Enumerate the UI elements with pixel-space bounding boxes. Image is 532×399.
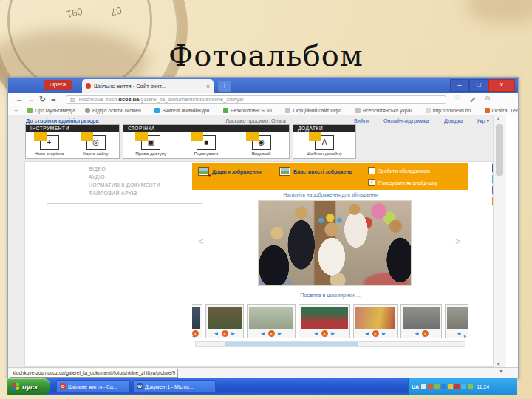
thumbnail[interactable]: ◄ × ► bbox=[247, 304, 296, 338]
thumbnail-image[interactable] bbox=[192, 307, 200, 329]
thumbnail[interactable]: ◄ × ► bbox=[299, 304, 350, 338]
delete-photo-icon[interactable]: × bbox=[321, 330, 328, 337]
start-button[interactable]: пуск bbox=[7, 378, 50, 395]
album-admin-toolbar: + Додати зображення Властивості зображен… bbox=[192, 163, 468, 190]
thumbnail[interactable]: ◄ × ► bbox=[205, 304, 244, 338]
thumbnail[interactable]: ◄ × bbox=[400, 304, 442, 338]
main-photo[interactable] bbox=[258, 200, 412, 286]
move-left-icon[interactable]: ◄ bbox=[456, 330, 462, 338]
logout-link[interactable]: Вийти bbox=[354, 117, 369, 124]
tray-icon[interactable] bbox=[428, 384, 433, 389]
bookmark-item[interactable]: Безкоштовні SOU... bbox=[223, 108, 276, 113]
browser-scrollbar[interactable]: ▲ ▼ bbox=[493, 115, 506, 367]
strip-scroll-left-icon[interactable]: ◂ bbox=[192, 333, 195, 339]
menu-icon[interactable]: ≡ bbox=[51, 95, 55, 103]
profile-icon[interactable]: ⊙ bbox=[485, 95, 491, 102]
scroll-up-icon[interactable]: ▲ bbox=[496, 116, 501, 121]
back-icon[interactable]: ← bbox=[16, 95, 24, 103]
thumbnail-image[interactable] bbox=[208, 307, 242, 329]
thumbnail-image[interactable] bbox=[403, 307, 440, 329]
move-right-icon[interactable]: ► bbox=[277, 330, 283, 338]
language-selector[interactable]: Укр ▾ bbox=[477, 117, 489, 124]
bookmark-item[interactable]: Відділ освіти Тисмен... bbox=[85, 108, 145, 113]
thumbnail[interactable]: ◄ × ► bbox=[353, 304, 398, 338]
checkbox-unchecked[interactable] bbox=[368, 167, 375, 174]
forward-icon[interactable]: → bbox=[27, 95, 35, 103]
maximize-button[interactable]: □ bbox=[469, 79, 488, 92]
move-right-icon[interactable]: ► bbox=[330, 330, 336, 338]
browser-tab[interactable]: Шкільне життя - Сайт вчит... × bbox=[82, 79, 214, 93]
thumbnail-image[interactable] bbox=[249, 307, 293, 329]
scroll-down-icon[interactable]: ▼ bbox=[496, 361, 501, 366]
thumbnail-scrollbar[interactable] bbox=[195, 341, 466, 347]
slideshow-checkbox[interactable]: ✓ Показувати як слайд-шоу bbox=[368, 179, 437, 186]
edit-page-button[interactable]: ■ Редагувати bbox=[184, 135, 228, 156]
delete-photo-icon[interactable]: × bbox=[222, 330, 228, 337]
add-images-button[interactable]: + Додати зображення bbox=[198, 167, 262, 176]
delete-photo-icon[interactable]: × bbox=[422, 330, 429, 337]
bookmark-item[interactable]: Вчителі ЖивийЖурн... bbox=[154, 108, 214, 113]
move-right-icon[interactable]: ► bbox=[381, 330, 387, 338]
delete-photo-icon[interactable]: × bbox=[268, 330, 275, 337]
scrollbar-thumb[interactable] bbox=[225, 342, 358, 346]
tray-icon[interactable] bbox=[461, 384, 466, 389]
tray-icon[interactable] bbox=[468, 384, 473, 389]
sidebar-item-documents[interactable]: НОРМАТИВНІ ДОКУМЕНТИ bbox=[89, 183, 160, 188]
minimize-button[interactable]: – bbox=[450, 79, 469, 92]
design-template-button[interactable]: Λ Шаблон дизайну bbox=[302, 135, 347, 156]
move-left-icon[interactable]: ◄ bbox=[414, 330, 420, 338]
move-left-icon[interactable]: ◄ bbox=[364, 330, 370, 338]
url-domain: ucoz.ua bbox=[118, 96, 139, 103]
checkbox-checked[interactable]: ✓ bbox=[368, 179, 375, 186]
tray-icon[interactable] bbox=[421, 384, 426, 389]
address-bar[interactable]: ▤ klochkove-zosh.ucoz.ua/galerei_ta_doku… bbox=[66, 95, 446, 104]
close-button[interactable]: × bbox=[488, 79, 515, 92]
language-indicator[interactable]: UA bbox=[412, 384, 419, 389]
delete-photo-icon[interactable]: × bbox=[372, 330, 379, 337]
bookmark-item[interactable]: Офіційний сайт Інфо... bbox=[285, 108, 345, 113]
sidebar-item-audio[interactable]: АУДІО bbox=[89, 174, 105, 180]
bookmark-item[interactable]: http://onlinelib.ho... bbox=[426, 108, 475, 113]
help-link[interactable]: Довідка bbox=[444, 117, 463, 124]
taskbar-task-opera[interactable]: O Шкільне життя - Са... bbox=[56, 380, 130, 393]
move-left-icon[interactable]: ◄ bbox=[260, 330, 266, 338]
bookmark-item[interactable]: Всеосвітянська украї... bbox=[355, 108, 416, 113]
tray-icon[interactable] bbox=[454, 384, 460, 389]
pencil-icon[interactable] bbox=[470, 99, 476, 100]
taskbar-task-word[interactable]: W Документ1 - Micros... bbox=[133, 380, 216, 393]
support-link[interactable]: Онлайн-підтримка bbox=[383, 117, 429, 124]
thumbnail-image[interactable] bbox=[355, 307, 395, 329]
bookmark-item[interactable]: Освіта. Технології bbox=[485, 108, 518, 113]
make-cover-checkbox[interactable]: Зробити обкладинкою bbox=[368, 167, 430, 174]
thumbnail-image[interactable] bbox=[301, 307, 348, 329]
tray-icon[interactable] bbox=[441, 384, 446, 389]
scrollbar-thumb[interactable] bbox=[496, 124, 503, 176]
tray-icon[interactable] bbox=[448, 384, 453, 389]
admin-page-link[interactable]: До сторінки адміністратора bbox=[26, 117, 98, 124]
opera-menu-button[interactable]: Opera bbox=[44, 80, 72, 90]
site-info-icon[interactable]: ▤ bbox=[70, 96, 76, 103]
taskbar: пуск O Шкільне життя - Са... W Документ1… bbox=[7, 378, 517, 395]
sidebar-item-file-archive[interactable]: ФАЙЛОВИЙ АРХІВ bbox=[89, 191, 137, 196]
tray-icon[interactable] bbox=[434, 384, 440, 389]
new-tab-button[interactable]: + bbox=[218, 81, 231, 92]
move-left-icon[interactable]: ◄ bbox=[313, 330, 319, 338]
thumbnail-image[interactable] bbox=[447, 307, 468, 329]
move-right-icon[interactable]: ► bbox=[231, 330, 236, 338]
scroll-corner-icon[interactable]: ▼ bbox=[499, 369, 504, 374]
access-rights-button[interactable]: ▣ Права доступу bbox=[129, 135, 173, 156]
strip-scroll-right-icon[interactable]: ▸ bbox=[464, 333, 467, 339]
next-photo-arrow[interactable]: > bbox=[455, 236, 461, 247]
bookmark-heart-icon[interactable]: ♡ bbox=[454, 95, 460, 102]
prev-photo-arrow[interactable]: < bbox=[198, 236, 204, 247]
site-map-button[interactable]: ◎ Карта сайту bbox=[74, 135, 118, 156]
visibility-button[interactable]: ◉ Видимий bbox=[239, 135, 284, 156]
reload-icon[interactable]: ↻ bbox=[39, 95, 46, 104]
sidebar-item-video[interactable]: ВІДЕО bbox=[89, 166, 106, 171]
add-bookmark-icon[interactable]: + bbox=[14, 107, 18, 115]
image-properties-button[interactable]: Властивості зображень bbox=[279, 167, 352, 176]
bookmark-item[interactable]: Про Мультимедіа bbox=[27, 108, 75, 113]
move-left-icon[interactable]: ◄ bbox=[214, 330, 219, 338]
new-page-button[interactable]: + Нова сторінка bbox=[27, 135, 72, 156]
tab-close-icon[interactable]: × bbox=[206, 83, 210, 90]
